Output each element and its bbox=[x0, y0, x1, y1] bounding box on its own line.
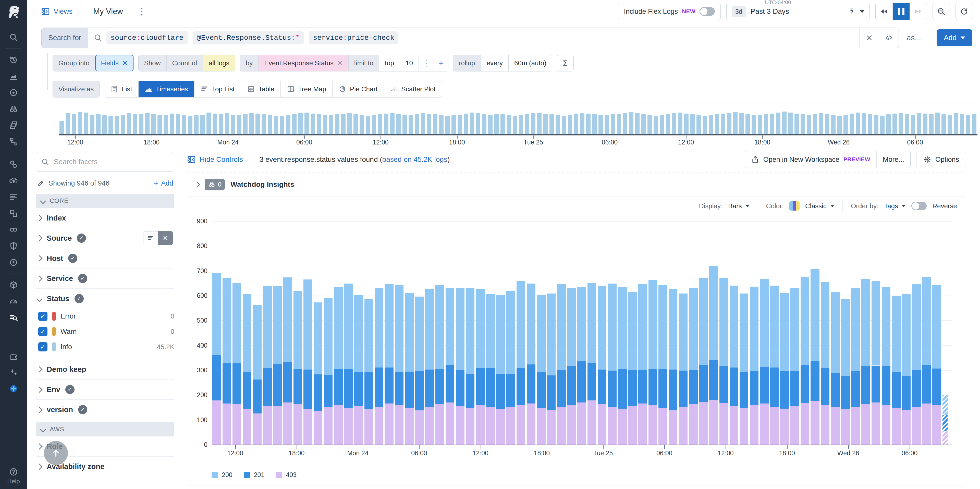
mini-bar[interactable] bbox=[433, 114, 438, 134]
mini-bar[interactable] bbox=[176, 114, 180, 134]
mini-bar[interactable] bbox=[207, 113, 211, 134]
stacked-bar-segment-201[interactable] bbox=[486, 368, 495, 407]
more-button[interactable]: More... bbox=[877, 151, 910, 168]
stacked-bar-segment-201[interactable] bbox=[872, 366, 880, 403]
cloudcost-icon[interactable] bbox=[8, 175, 19, 186]
stacked-bar-segment-403[interactable] bbox=[517, 405, 525, 444]
mini-bar[interactable] bbox=[421, 113, 425, 134]
mini-bar[interactable] bbox=[886, 114, 891, 134]
mini-bar[interactable] bbox=[280, 116, 284, 134]
mini-bar[interactable] bbox=[452, 115, 456, 134]
shift-forward-button[interactable] bbox=[910, 3, 927, 20]
timeseries-chart[interactable]: 0100200300400500600700800900 12:0018:00M… bbox=[187, 217, 963, 485]
stacked-bar-segment-201[interactable] bbox=[304, 370, 312, 409]
shield-icon[interactable] bbox=[8, 241, 19, 252]
mini-bar[interactable] bbox=[948, 115, 952, 134]
mini-bar[interactable] bbox=[182, 115, 186, 134]
mini-bar[interactable] bbox=[850, 113, 854, 135]
mini-bar[interactable] bbox=[145, 113, 150, 134]
mini-bar[interactable] bbox=[752, 115, 756, 135]
mini-bar[interactable] bbox=[715, 114, 719, 134]
stacked-bar-segment-201[interactable] bbox=[770, 368, 779, 407]
mini-bar[interactable] bbox=[666, 114, 670, 134]
mini-bar[interactable] bbox=[837, 116, 842, 134]
stacked-bar-segment-403[interactable] bbox=[435, 404, 444, 444]
stacked-bar-segment-403[interactable] bbox=[557, 407, 566, 444]
stacked-bar-segment-403[interactable] bbox=[598, 404, 606, 444]
stacked-bar-segment-200[interactable] bbox=[517, 281, 525, 368]
stacked-bar-segment-200[interactable] bbox=[932, 285, 941, 368]
stacked-bar-segment-200[interactable] bbox=[861, 279, 870, 366]
mini-bar[interactable] bbox=[635, 113, 640, 134]
mini-bar[interactable] bbox=[286, 115, 290, 134]
stacked-bar-segment-201[interactable] bbox=[567, 366, 576, 405]
links-icon[interactable] bbox=[8, 224, 19, 235]
facet-item-env[interactable]: Env✓ bbox=[36, 379, 174, 400]
open-in-workspace-button[interactable]: Open in New Workspace PREVIEW bbox=[745, 151, 877, 168]
checkbox-checked[interactable]: ✓ bbox=[38, 312, 48, 321]
stacked-bar-segment-201[interactable] bbox=[293, 369, 302, 404]
stacked-bar-segment-200[interactable] bbox=[689, 288, 698, 370]
stacked-bar-segment-201[interactable] bbox=[354, 372, 363, 406]
stacked-bar-segment-403[interactable] bbox=[800, 403, 809, 444]
mini-bar[interactable] bbox=[90, 115, 94, 135]
remove-by-field-icon[interactable]: ✕ bbox=[337, 59, 343, 67]
stacked-bar-segment-403[interactable] bbox=[313, 411, 322, 444]
stacked-bar-segment-403[interactable] bbox=[496, 409, 505, 444]
mini-bar[interactable] bbox=[574, 113, 578, 135]
mini-bar[interactable] bbox=[65, 113, 70, 134]
facet-value-warn[interactable]: ✓Warn0 bbox=[38, 324, 174, 339]
stacked-bar-segment-200[interactable] bbox=[922, 277, 931, 365]
options-button[interactable]: Options bbox=[916, 151, 966, 168]
mini-bar[interactable] bbox=[513, 116, 517, 135]
windows-icon[interactable] bbox=[8, 208, 19, 219]
hide-controls-button[interactable]: Hide Controls bbox=[187, 155, 243, 164]
stacked-bar-segment-200[interactable] bbox=[273, 286, 282, 364]
stacked-bar-segment-200[interactable] bbox=[567, 288, 576, 366]
stacked-bar-segment-201[interactable] bbox=[313, 374, 322, 411]
mini-bar[interactable] bbox=[390, 113, 395, 134]
stacked-bar-segment-403[interactable] bbox=[486, 407, 495, 444]
pin-icon[interactable] bbox=[848, 8, 856, 15]
stacked-bar-segment-201[interactable] bbox=[577, 362, 586, 403]
zoom-out-button[interactable] bbox=[932, 3, 950, 20]
partial-bar-segment-200[interactable] bbox=[942, 395, 948, 415]
stacked-bar-segment-403[interactable] bbox=[445, 403, 454, 444]
stacked-bar-segment-200[interactable] bbox=[445, 288, 454, 365]
stacked-bar-segment-200[interactable] bbox=[719, 278, 728, 366]
history-icon[interactable] bbox=[8, 54, 19, 65]
mini-bar[interactable] bbox=[402, 115, 407, 135]
mini-bar[interactable] bbox=[329, 115, 333, 134]
partial-bar-segment-403[interactable] bbox=[942, 431, 948, 444]
stacked-bar-segment-200[interactable] bbox=[872, 281, 880, 366]
stacked-bar-segment-403[interactable] bbox=[304, 409, 312, 444]
legend-item-200[interactable]: 200 bbox=[212, 471, 232, 479]
stacked-bar-segment-403[interactable] bbox=[892, 408, 900, 444]
stacked-bar-segment-201[interactable] bbox=[283, 362, 292, 403]
mini-bar[interactable] bbox=[396, 114, 401, 134]
save-as-button[interactable]: as... bbox=[907, 33, 921, 42]
stacked-bar-segment-201[interactable] bbox=[669, 370, 677, 410]
stacked-bar-segment-403[interactable] bbox=[669, 410, 677, 444]
stacked-bar-segment-403[interactable] bbox=[608, 407, 617, 444]
query-token[interactable]: service:price-check bbox=[309, 31, 398, 45]
stacked-bar-segment-200[interactable] bbox=[587, 283, 596, 362]
stacked-bar-segment-200[interactable] bbox=[375, 288, 383, 368]
stacked-bar-segment-403[interactable] bbox=[912, 407, 921, 444]
stacked-bar-segment-403[interactable] bbox=[932, 405, 941, 444]
stacked-bar-segment-200[interactable] bbox=[882, 287, 891, 366]
facet-section-aws[interactable]: AWS bbox=[36, 422, 174, 436]
mini-bar[interactable] bbox=[237, 115, 242, 134]
mini-bar[interactable] bbox=[678, 113, 682, 134]
stacked-bar-segment-201[interactable] bbox=[861, 366, 870, 404]
loglines-icon[interactable] bbox=[8, 191, 19, 203]
stacked-bar-segment-201[interactable] bbox=[750, 371, 759, 405]
mini-bar[interactable] bbox=[151, 114, 156, 134]
stacked-bar-segment-200[interactable] bbox=[466, 288, 474, 374]
stacked-bar-segment-403[interactable] bbox=[760, 403, 769, 444]
stacked-bar-segment-201[interactable] bbox=[841, 376, 850, 409]
stacked-bar-segment-403[interactable] bbox=[293, 404, 302, 444]
stacked-bar-segment-200[interactable] bbox=[476, 289, 485, 368]
mini-bar[interactable] bbox=[243, 114, 248, 134]
stacked-bar-segment-201[interactable] bbox=[273, 364, 282, 406]
